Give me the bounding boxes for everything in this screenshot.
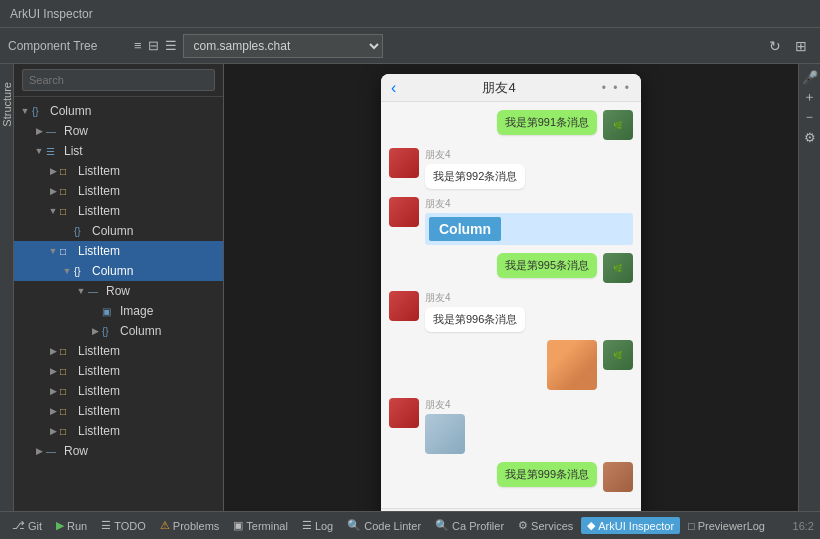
status-profiler[interactable]: 🔍 Ca Profiler: [429, 517, 510, 534]
tree-item-row2[interactable]: ▼ — Row: [14, 281, 223, 301]
chat-area: 🌿 我是第991条消息 朋友4 我是第992条消息: [381, 102, 641, 508]
tree-item-row1[interactable]: ▶ — Row: [14, 121, 223, 141]
app-title: ArkUI Inspector: [10, 7, 93, 21]
tree-item-li4-selected[interactable]: ▼ □ ListItem: [14, 241, 223, 261]
run-label: Run: [67, 520, 87, 532]
chat-msg-6: 🌿: [389, 340, 633, 390]
arrow-column-root: ▼: [18, 106, 32, 116]
phone-chat-title: 朋友4: [396, 79, 601, 97]
tree-item-li1[interactable]: ▶ □ ListItem: [14, 161, 223, 181]
li8-icon: □: [60, 406, 76, 417]
terminal-label: Terminal: [246, 520, 288, 532]
friend-avatar-3: [389, 197, 419, 227]
avatar-img-6: 🌿: [603, 340, 633, 370]
avatar-img-7: [389, 398, 419, 428]
previewer-icon: □: [688, 520, 695, 532]
phone-input-bar: 🎤 😊 ⊕: [381, 508, 641, 511]
codelinter-icon: 🔍: [347, 519, 361, 532]
toolbar-icons: ↻ ⊞: [764, 35, 812, 57]
arrow-li1: ▶: [46, 166, 60, 176]
self-avatar-8: [603, 462, 633, 492]
preview-panel: ‹ 朋友4 • • • 🌿 我是第991条消息: [224, 64, 798, 511]
tree-item-image[interactable]: ▣ Image: [14, 301, 223, 321]
friend-avatar-7: [389, 398, 419, 428]
food-img-6: [547, 340, 597, 390]
tree-item-li3[interactable]: ▼ □ ListItem: [14, 201, 223, 221]
mic-right-btn[interactable]: 🎤: [801, 68, 819, 86]
title-bar: ArkUI Inspector: [0, 0, 820, 28]
row1-icon: —: [46, 126, 62, 137]
phone-menu-dots[interactable]: • • •: [602, 81, 631, 95]
status-run[interactable]: ▶ Run: [50, 517, 93, 534]
tree-item-col-sub[interactable]: ▶ {} Column: [14, 321, 223, 341]
phone-status-bar: ‹ 朋友4 • • •: [381, 74, 641, 102]
row2-icon: —: [88, 286, 104, 297]
tree-icon-3[interactable]: ☰: [165, 38, 177, 53]
todo-icon: ☰: [101, 519, 111, 532]
package-dropdown[interactable]: com.samples.chat: [183, 34, 383, 58]
chat-name-7: 朋友4: [425, 398, 465, 412]
row1-label: Row: [64, 124, 88, 138]
flower-img-7: [425, 414, 465, 454]
minus-btn[interactable]: －: [801, 108, 819, 126]
col-li3-label: Column: [92, 224, 133, 238]
structure-tab[interactable]: Structure: [0, 74, 15, 135]
status-terminal[interactable]: ▣ Terminal: [227, 517, 294, 534]
chat-img-6: [547, 340, 597, 390]
tree-item-li7[interactable]: ▶ □ ListItem: [14, 381, 223, 401]
tree-item-column-root[interactable]: ▼ {} Column: [14, 101, 223, 121]
self-avatar-4: 🌿: [603, 253, 633, 283]
tree-item-col-li3[interactable]: {} Column: [14, 221, 223, 241]
tree-item-row3[interactable]: ▶ — Row: [14, 441, 223, 461]
status-previewer[interactable]: □ PreviewerLog: [682, 518, 771, 534]
li1-icon: □: [60, 166, 76, 177]
refresh-button[interactable]: ↻: [764, 35, 786, 57]
chat-name-3: 朋友4: [425, 197, 633, 211]
component-tree-label: Component Tree: [8, 39, 128, 53]
li7-label: ListItem: [78, 384, 120, 398]
col-li3-icon: {}: [74, 226, 90, 237]
grid-button[interactable]: ⊞: [790, 35, 812, 57]
status-git[interactable]: ⎇ Git: [6, 517, 48, 534]
plus-btn[interactable]: ＋: [801, 88, 819, 106]
tree-item-li5[interactable]: ▶ □ ListItem: [14, 341, 223, 361]
arrow-li6: ▶: [46, 366, 60, 376]
chat-name-5: 朋友4: [425, 291, 525, 305]
chat-bubble-2: 我是第992条消息: [425, 164, 525, 189]
arrow-row2: ▼: [74, 286, 88, 296]
status-arkui[interactable]: ◆ ArkUI Inspector: [581, 517, 680, 534]
tree-icon-1[interactable]: ≡: [134, 38, 142, 53]
avatar-img-3: [389, 197, 419, 227]
services-icon: ⚙: [518, 519, 528, 532]
li2-icon: □: [60, 186, 76, 197]
status-codelinter[interactable]: 🔍 Code Linter: [341, 517, 427, 534]
tree-search-input[interactable]: [22, 69, 215, 91]
status-todo[interactable]: ☰ TODO: [95, 517, 152, 534]
friend-avatar-2: [389, 148, 419, 178]
status-services[interactable]: ⚙ Services: [512, 517, 579, 534]
status-problems[interactable]: ⚠ Problems: [154, 517, 225, 534]
column-root-label: Column: [50, 104, 91, 118]
terminal-icon: ▣: [233, 519, 243, 532]
tree-item-col-selected[interactable]: ▼ {} Column: [14, 261, 223, 281]
status-log[interactable]: ☰ Log: [296, 517, 339, 534]
tree-item-li2[interactable]: ▶ □ ListItem: [14, 181, 223, 201]
settings-btn[interactable]: ⚙: [801, 128, 819, 146]
profiler-label: Ca Profiler: [452, 520, 504, 532]
self-avatar-6: 🌿: [603, 340, 633, 370]
arrow-li5: ▶: [46, 346, 60, 356]
image-icon: ▣: [102, 306, 118, 317]
tree-icon-2[interactable]: ⊟: [148, 38, 159, 53]
chat-msg-3-selected: 朋友4 Column: [389, 197, 633, 245]
codelinter-label: Code Linter: [364, 520, 421, 532]
structure-tab-bar: Structure: [0, 64, 14, 511]
arrow-list: ▼: [32, 146, 46, 156]
chat-col-7: [425, 414, 465, 454]
tree-content: ▼ {} Column ▶ — Row ▼ ☰ List ▶: [14, 97, 223, 511]
tree-item-li9[interactable]: ▶ □ ListItem: [14, 421, 223, 441]
tree-item-li8[interactable]: ▶ □ ListItem: [14, 401, 223, 421]
tree-item-li6[interactable]: ▶ □ ListItem: [14, 361, 223, 381]
todo-label: TODO: [114, 520, 146, 532]
previewer-label: PreviewerLog: [698, 520, 765, 532]
tree-item-list[interactable]: ▼ ☰ List: [14, 141, 223, 161]
